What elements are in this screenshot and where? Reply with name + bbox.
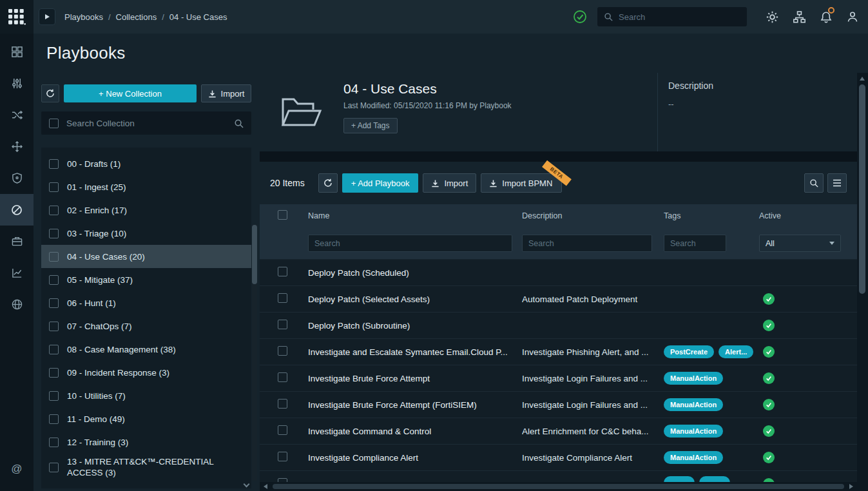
collection-checkbox[interactable]: [49, 252, 59, 262]
collection-item[interactable]: 10 - Utilities (7): [41, 384, 251, 407]
table-search-button[interactable]: [804, 173, 824, 193]
tag-pill[interactable]: ManualAction: [664, 372, 723, 385]
playbook-name[interactable]: Deploy Patch (Subroutine): [308, 321, 522, 331]
collection-item[interactable]: 11 - Demo (49): [41, 407, 251, 430]
collection-item[interactable]: 04 - Use Cases (20): [41, 245, 251, 268]
collection-checkbox[interactable]: [49, 438, 59, 447]
nav-chart-icon[interactable]: [0, 257, 34, 289]
column-header-tags[interactable]: Tags: [664, 211, 759, 220]
playbook-name[interactable]: Investigate Brute Force Attempt: [308, 374, 522, 383]
app-logo-icon[interactable]: [0, 0, 34, 34]
select-all-collections-checkbox[interactable]: [49, 119, 59, 128]
collection-checkbox[interactable]: [49, 159, 59, 169]
column-header-description[interactable]: Description: [522, 211, 664, 220]
nav-playbooks-icon[interactable]: [0, 194, 34, 226]
collection-checkbox[interactable]: [49, 368, 59, 378]
horizontal-scrollbar-thumb[interactable]: [273, 484, 844, 489]
playbook-row[interactable]: Investigate Brute Force AttemptInvestiga…: [260, 365, 857, 392]
tag-pill[interactable]: PostCreate: [664, 345, 714, 358]
collection-item[interactable]: 01 - Ingest (25): [41, 175, 251, 198]
row-checkbox[interactable]: [278, 425, 287, 435]
collection-checkbox[interactable]: [49, 414, 59, 424]
global-search-input[interactable]: [597, 7, 747, 26]
filter-active-select[interactable]: All: [759, 235, 841, 252]
filter-tags-input[interactable]: [664, 235, 726, 252]
collection-item[interactable]: 09 - Incident Response (3): [41, 361, 251, 384]
playbook-row[interactable]: Deploy Patch (Subroutine): [260, 313, 857, 339]
collection-scrollbar-track[interactable]: [252, 224, 257, 481]
collection-checkbox[interactable]: [49, 229, 59, 238]
playbook-name[interactable]: Investigate Command & Control: [308, 427, 522, 436]
user-account-icon[interactable]: [847, 11, 858, 23]
refresh-table-button[interactable]: [318, 173, 338, 193]
collection-checkbox[interactable]: [49, 206, 59, 215]
import-collection-button[interactable]: Import: [201, 84, 251, 102]
collection-checkbox[interactable]: [49, 463, 59, 472]
playbook-row[interactable]: Investigate Command & ControlAlert Enric…: [260, 418, 857, 445]
row-checkbox[interactable]: [278, 452, 287, 461]
new-collection-button[interactable]: + New Collection: [64, 84, 197, 102]
row-checkbox[interactable]: [278, 267, 287, 276]
breadcrumb-item[interactable]: Collections: [116, 12, 157, 22]
collection-item[interactable]: 02 - Enrich (17): [41, 198, 251, 222]
scroll-right-icon[interactable]: [849, 484, 853, 489]
tag-pill[interactable]: ManualAction: [664, 451, 723, 464]
collection-item[interactable]: 05 - Mitigate (37): [41, 268, 251, 291]
playbook-name[interactable]: Deploy Patch (Scheduled): [308, 268, 522, 278]
select-all-rows-checkbox[interactable]: [278, 210, 287, 220]
nav-briefcase-icon[interactable]: [0, 226, 34, 257]
collapse-panel-button[interactable]: [39, 8, 55, 25]
breadcrumb-item[interactable]: Playbooks: [64, 12, 103, 22]
row-checkbox[interactable]: [278, 372, 287, 382]
playbook-name[interactable]: Investigate Brute Force Attempt (FortiSI…: [308, 400, 522, 410]
import-playbook-button[interactable]: Import: [423, 173, 476, 193]
playbook-row[interactable]: Investigate Compliance AlertInvestigate …: [260, 445, 857, 471]
collection-scrollbar-thumb[interactable]: [252, 225, 257, 284]
row-checkbox[interactable]: [278, 399, 287, 409]
scroll-up-icon[interactable]: [860, 77, 865, 81]
horizontal-scrollbar[interactable]: [260, 482, 857, 491]
collection-checkbox[interactable]: [49, 182, 59, 192]
row-checkbox[interactable]: [278, 293, 287, 303]
collection-item[interactable]: 13 - MITRE ATT&CK™-CREDENTIAL ACCESS (3): [41, 454, 251, 481]
collection-scroll-down-icon[interactable]: [244, 482, 249, 487]
playbook-row[interactable]: Deploy Patch (Selected Assets)Automated …: [260, 286, 857, 313]
collection-checkbox[interactable]: [49, 345, 59, 354]
nav-shield-icon[interactable]: [0, 162, 34, 194]
scroll-left-icon[interactable]: [264, 484, 267, 489]
collection-search-box[interactable]: [41, 111, 251, 135]
collection-item[interactable]: 03 - Triage (10): [41, 222, 251, 245]
vertical-scrollbar[interactable]: [857, 73, 868, 491]
breadcrumb-item[interactable]: 04 - Use Cases: [169, 12, 227, 22]
collection-checkbox[interactable]: [49, 275, 59, 285]
nav-at-sign-icon[interactable]: @: [0, 453, 34, 485]
collection-item[interactable]: 07 - ChatOps (7): [41, 314, 251, 338]
nav-dashboard-grid-icon[interactable]: [0, 36, 34, 68]
import-bpmn-button[interactable]: Import BPMN BETA: [481, 173, 562, 193]
nav-shuffle-icon[interactable]: [0, 99, 34, 131]
collection-checkbox[interactable]: [49, 322, 59, 331]
notifications-bell-icon[interactable]: [820, 11, 832, 23]
tag-pill[interactable]: Alert...: [719, 345, 753, 358]
tag-pill[interactable]: ManualAction: [664, 398, 723, 411]
collection-item[interactable]: 00 - Drafts (1): [41, 152, 251, 175]
tag-pill[interactable]: ManualAction: [664, 425, 723, 438]
sitemap-icon[interactable]: [793, 11, 805, 23]
vertical-scrollbar-thumb[interactable]: [859, 84, 865, 294]
row-checkbox[interactable]: [278, 320, 287, 329]
nav-move-arrows-icon[interactable]: [0, 131, 34, 162]
collection-item[interactable]: 12 - Training (3): [41, 430, 251, 454]
system-health-icon[interactable]: [573, 10, 587, 24]
refresh-collections-button[interactable]: [41, 84, 59, 102]
collection-checkbox[interactable]: [49, 298, 59, 308]
playbook-name[interactable]: Investigate Compliance Alert: [308, 453, 522, 463]
column-header-name[interactable]: Name: [308, 211, 522, 220]
add-playbook-button[interactable]: + Add Playbook: [342, 173, 419, 193]
collection-search-input[interactable]: [66, 119, 226, 128]
playbook-name[interactable]: Investigate and Escalate Symantec Email.…: [308, 347, 522, 357]
playbook-row[interactable]: Deploy Patch (Scheduled): [260, 260, 857, 286]
nav-sliders-icon[interactable]: [0, 68, 34, 99]
playbook-row[interactable]: Investigate and Escalate Symantec Email.…: [260, 339, 857, 365]
collection-item[interactable]: 08 - Case Management (38): [41, 338, 251, 361]
filter-description-input[interactable]: [522, 235, 652, 252]
